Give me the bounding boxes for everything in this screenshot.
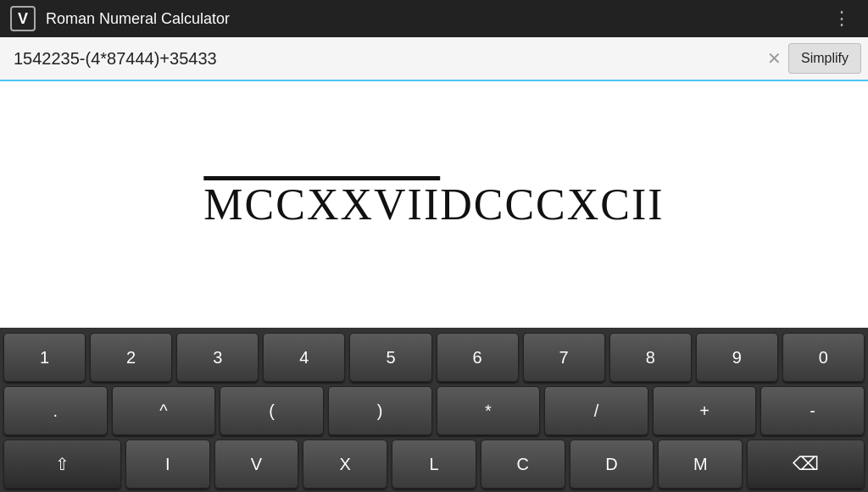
key-L[interactable]: L (392, 439, 476, 489)
key-sym-47[interactable]: / (544, 386, 648, 435)
key-sym-41[interactable]: ) (328, 386, 432, 435)
key-C[interactable]: C (481, 439, 565, 489)
key-0[interactable]: 0 (782, 333, 865, 382)
key-9[interactable]: 9 (696, 333, 778, 382)
key-3[interactable]: 3 (176, 333, 259, 382)
key-5[interactable]: 5 (349, 333, 431, 382)
key-sym-46[interactable]: . (3, 386, 108, 435)
shift-key[interactable]: ⇧ (3, 439, 121, 489)
simplify-button[interactable]: Simplify (788, 43, 861, 74)
key-I[interactable]: I (125, 439, 210, 489)
key-7[interactable]: 7 (523, 333, 605, 382)
menu-icon[interactable]: ⋮ (826, 4, 858, 33)
key-sym-40[interactable]: ( (220, 386, 324, 435)
app-icon: V (10, 6, 36, 31)
number-row: 1234567890 (3, 333, 865, 382)
key-1[interactable]: 1 (3, 333, 86, 382)
key-D[interactable]: D (570, 439, 654, 489)
key-sym-42[interactable]: * (437, 386, 541, 435)
keyboard: 1234567890 .^()*/+- ⇧IVXLCDM⌫ (0, 328, 868, 492)
key-6[interactable]: 6 (437, 333, 519, 382)
key-2[interactable]: 2 (90, 333, 172, 382)
key-M[interactable]: M (658, 439, 743, 489)
letter-row: ⇧IVXLCDM⌫ (3, 439, 865, 489)
key-sym-43[interactable]: + (653, 386, 757, 435)
key-X[interactable]: X (303, 439, 387, 489)
shift-icon: ⇧ (55, 454, 70, 474)
title-bar: V Roman Numeral Calculator ⋮ (0, 0, 868, 37)
clear-button[interactable]: ✕ (760, 45, 788, 72)
result-plain: DCCCXCII (440, 180, 664, 229)
result-display: MCCXXVIIDCCCXCII (203, 180, 664, 229)
input-bar: ✕ Simplify (0, 37, 868, 81)
backspace-key[interactable]: ⌫ (747, 439, 865, 489)
result-area: MCCXXVIIDCCCXCII (0, 81, 868, 328)
backspace-icon: ⌫ (793, 453, 819, 475)
key-4[interactable]: 4 (263, 333, 345, 382)
result-overline: MCCXXVII (203, 180, 440, 229)
key-V[interactable]: V (214, 439, 299, 489)
key-8[interactable]: 8 (609, 333, 692, 382)
app-title: Roman Numeral Calculator (46, 10, 826, 28)
key-sym-45[interactable]: - (760, 386, 865, 435)
expression-input[interactable] (7, 46, 760, 72)
key-sym-94[interactable]: ^ (112, 386, 216, 435)
symbol-row: .^()*/+- (3, 386, 865, 435)
